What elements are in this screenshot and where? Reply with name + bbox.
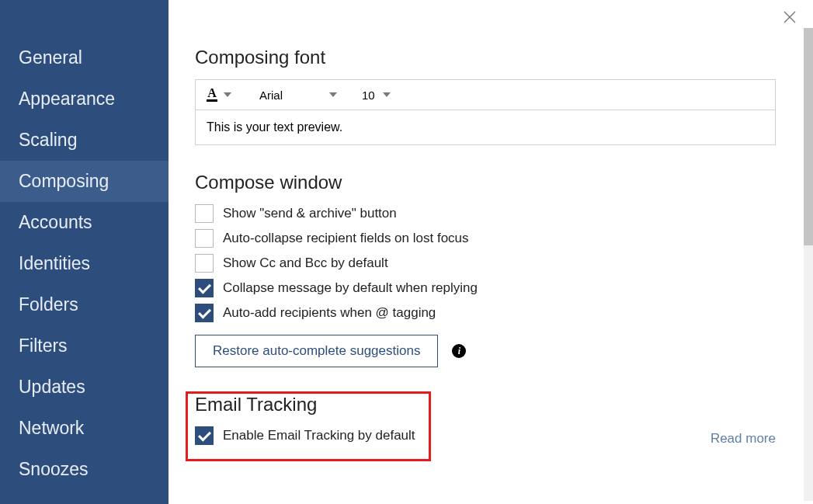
option-auto-add-recipients[interactable]: Auto-add recipients when @ tagging (195, 304, 787, 322)
option-send-archive[interactable]: Show "send & archive" button (195, 204, 787, 223)
sidebar-item-identities[interactable]: Identities (0, 243, 169, 284)
option-label: Auto-add recipients when @ tagging (223, 305, 436, 321)
option-label: Show Cc and Bcc by default (223, 255, 388, 271)
settings-sidebar: General Appearance Scaling Composing Acc… (0, 0, 169, 504)
option-auto-collapse[interactable]: Auto-collapse recipient fields on lost f… (195, 229, 787, 248)
section-title-email-tracking: Email Tracking (195, 394, 787, 415)
restore-autocomplete-button[interactable]: Restore auto-complete suggestions (195, 335, 438, 367)
sidebar-item-snoozes[interactable]: Snoozes (0, 449, 169, 490)
font-family-value: Arial (259, 89, 283, 102)
sidebar-item-folders[interactable]: Folders (0, 284, 169, 325)
restore-row: Restore auto-complete suggestions i (195, 335, 787, 367)
option-enable-tracking[interactable]: Enable Email Tracking by default (195, 426, 415, 445)
sidebar-item-filters[interactable]: Filters (0, 325, 169, 367)
option-label: Collapse message by default when replyin… (223, 280, 478, 296)
option-label: Auto-collapse recipient fields on lost f… (223, 231, 469, 246)
composing-font-box: A Arial 10 This is your text preview. (195, 79, 776, 145)
checkbox[interactable] (195, 229, 214, 248)
settings-main-panel: Composing font A Arial 10 This is your t… (169, 0, 813, 504)
font-family-select[interactable]: Arial (259, 89, 337, 102)
sidebar-item-appearance[interactable]: Appearance (0, 78, 169, 120)
compose-window-options: Show "send & archive" button Auto-collap… (195, 204, 787, 322)
font-color-dropdown[interactable] (224, 92, 231, 97)
checkbox[interactable] (195, 426, 214, 445)
scrollbar-thumb[interactable] (804, 28, 813, 245)
option-collapse-reply[interactable]: Collapse message by default when replyin… (195, 279, 787, 297)
option-label: Show "send & archive" button (223, 206, 397, 221)
font-size-select[interactable]: 10 (362, 89, 391, 102)
close-icon (783, 11, 796, 23)
chevron-down-icon (329, 92, 337, 97)
option-show-cc-bcc[interactable]: Show Cc and Bcc by default (195, 254, 787, 273)
sidebar-item-network[interactable]: Network (0, 408, 169, 449)
sidebar-item-accounts[interactable]: Accounts (0, 202, 169, 243)
read-more-link[interactable]: Read more (711, 431, 776, 447)
sidebar-item-updates[interactable]: Updates (0, 367, 169, 408)
section-title-compose-window: Compose window (195, 172, 787, 193)
scrollbar[interactable] (804, 28, 813, 501)
option-label: Enable Email Tracking by default (223, 428, 415, 443)
checkbox[interactable] (195, 254, 214, 273)
sidebar-item-composing[interactable]: Composing (0, 161, 169, 202)
font-color-icon: A (207, 88, 217, 99)
sidebar-item-general[interactable]: General (0, 37, 169, 78)
checkbox[interactable] (195, 279, 214, 297)
checkbox[interactable] (195, 304, 214, 322)
checkbox[interactable] (195, 204, 214, 223)
info-icon[interactable]: i (452, 344, 466, 358)
close-button[interactable] (780, 8, 799, 26)
section-title-composing-font: Composing font (195, 47, 787, 68)
chevron-down-icon (383, 92, 391, 97)
font-preview: This is your text preview. (196, 110, 775, 144)
font-color-button[interactable]: A (207, 88, 217, 102)
font-size-value: 10 (362, 89, 375, 102)
sidebar-item-scaling[interactable]: Scaling (0, 120, 169, 161)
font-toolbar: A Arial 10 (196, 80, 775, 110)
email-tracking-section: Email Tracking Enable Email Tracking by … (195, 394, 787, 451)
